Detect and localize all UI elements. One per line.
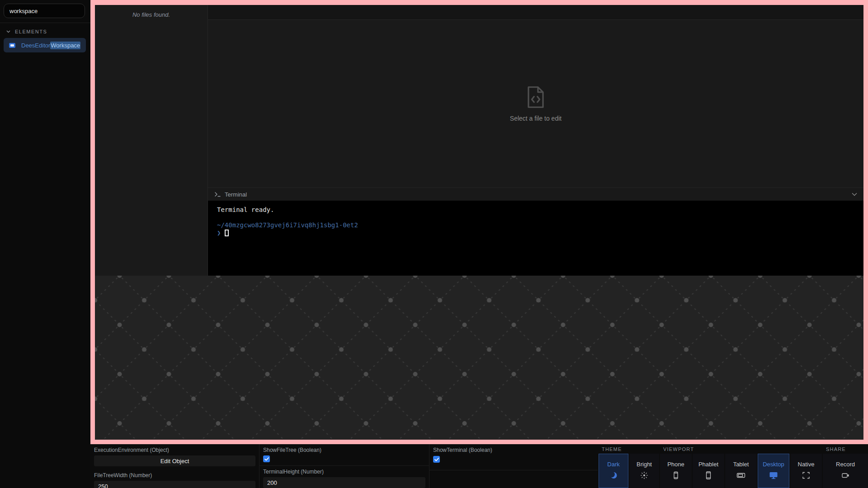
sidebar-divider: [0, 23, 90, 23]
terminal-height-label: TerminalHeight (Number): [263, 469, 425, 475]
properties-panel: ExecutionEnvironment (Object) Edit Objec…: [90, 444, 868, 488]
moon-icon: [609, 471, 618, 479]
show-file-tree-label: ShowFileTree (Boolean): [263, 447, 425, 453]
editor-tab-bar: [208, 5, 863, 20]
theme-section-header: THEME: [598, 444, 659, 453]
terminal-title: Terminal: [225, 191, 247, 198]
viewport-phone-button[interactable]: Phone: [660, 454, 692, 488]
theme-dark-button[interactable]: Dark: [599, 454, 628, 488]
viewport-desktop-button[interactable]: Desktop: [758, 454, 789, 488]
sidebar-item-dees-editor-workspace[interactable]: DeesEditorWorkspace: [4, 38, 86, 52]
viewport-section: VIEWPORT Phone Phablet Tablet: [659, 444, 822, 488]
show-file-tree-checkbox[interactable]: [263, 455, 270, 462]
terminal-height-input[interactable]: [263, 477, 425, 488]
viewport-phone-label: Phone: [667, 461, 684, 468]
demo-background-pattern: [95, 276, 863, 440]
editor-placeholder-text: Select a file to edit: [510, 115, 561, 122]
viewport-native-button[interactable]: Native: [790, 454, 822, 488]
viewport-tablet-button[interactable]: Tablet: [725, 454, 757, 488]
desktop-monitor-icon: [769, 471, 778, 479]
file-code-icon: [526, 86, 545, 108]
theme-bright-label: Bright: [637, 461, 652, 468]
viewport-desktop-label: Desktop: [763, 461, 784, 468]
show-terminal-label: ShowTerminal (Boolean): [433, 447, 594, 454]
search-match-highlight: Workspace: [50, 42, 80, 49]
file-tree-panel[interactable]: No files found.: [95, 5, 208, 276]
terminal-cursor: [225, 230, 229, 236]
phone-icon: [672, 471, 680, 479]
theme-dark-label: Dark: [607, 461, 619, 468]
terminal-prompt-icon: [214, 191, 221, 197]
sun-icon: [640, 471, 648, 479]
viewport-section-header: VIEWPORT: [659, 444, 822, 453]
execution-environment-label: ExecutionEnvironment (Object): [94, 447, 255, 453]
terminal-prompt: ❯: [217, 229, 221, 237]
viewport-phablet-label: Phablet: [698, 461, 718, 468]
terminal-cwd-line: ~/40mzgcwo8273gvej6i7ivq8hj1sbg1-0et2: [217, 221, 854, 229]
elements-section-header[interactable]: ELEMENTS: [0, 28, 90, 35]
fullscreen-brackets-icon: [802, 471, 810, 479]
edit-object-button[interactable]: Edit Object: [94, 455, 255, 466]
demo-frame: No files found. Select a file to edit: [90, 0, 868, 444]
phablet-icon: [704, 471, 712, 479]
file-tree-width-label: FileTreeWidth (Number): [94, 472, 255, 479]
element-icon: [9, 43, 15, 48]
share-record-button[interactable]: Record: [823, 454, 868, 488]
viewport-tablet-label: Tablet: [733, 461, 749, 468]
viewport-native-label: Native: [798, 461, 815, 468]
editor-empty-state: Select a file to edit: [208, 20, 863, 188]
terminal-header[interactable]: Terminal: [208, 188, 863, 201]
check-icon: [264, 457, 269, 461]
terminal-collapse-chevron-icon[interactable]: [852, 192, 857, 196]
editor-workspace-component: No files found. Select a file to edit: [95, 5, 863, 276]
theme-section: THEME Dark Bright: [598, 444, 659, 488]
share-section-header: SHARE: [822, 444, 868, 453]
catalog-sidebar: ELEMENTS DeesEditorWorkspace: [0, 0, 90, 488]
share-section: SHARE Record: [822, 444, 868, 488]
check-icon: [434, 458, 439, 461]
video-camera-icon: [841, 471, 850, 479]
search-input[interactable]: [4, 4, 85, 18]
file-tree-width-input[interactable]: [94, 481, 255, 488]
chevron-down-icon: [6, 30, 10, 33]
elements-section-label: ELEMENTS: [15, 29, 47, 34]
viewport-phablet-button[interactable]: Phablet: [693, 454, 724, 488]
theme-bright-button[interactable]: Bright: [629, 454, 659, 488]
show-terminal-checkbox[interactable]: [433, 456, 440, 463]
share-record-label: Record: [836, 461, 855, 468]
file-tree-empty-message: No files found.: [132, 11, 170, 276]
terminal-ready-line: Terminal ready.: [217, 206, 854, 214]
tablet-icon: [736, 471, 745, 479]
element-label: DeesEditorWorkspace: [21, 42, 80, 49]
terminal-output[interactable]: Terminal ready. ~/40mzgcwo8273gvej6i7ivq…: [208, 201, 863, 276]
